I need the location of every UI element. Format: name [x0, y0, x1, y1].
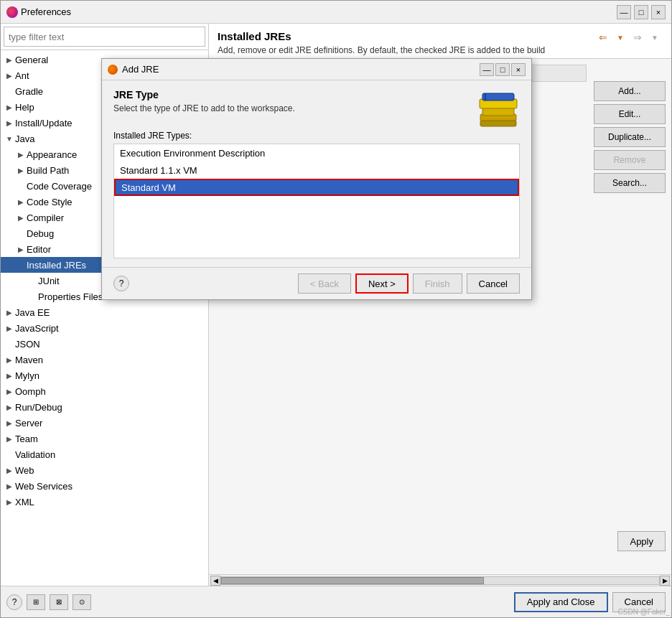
- finish-button[interactable]: Finish: [413, 273, 462, 294]
- sidebar-item-label: Properties Files: [38, 291, 103, 302]
- sidebar-item-label: Maven: [15, 355, 43, 365]
- forward-dropdown-button[interactable]: ▼: [647, 29, 663, 45]
- expand-icon: [4, 417, 15, 429]
- modal-footer: ? < Back Next > Finish Cancel: [102, 267, 531, 299]
- sidebar-item-javascript[interactable]: JavaScript: [1, 320, 208, 336]
- expand-icon: [4, 496, 15, 507]
- forward-nav-button[interactable]: ⇒: [630, 29, 645, 45]
- app-icon: [6, 6, 18, 18]
- action-buttons: Add... Edit... Duplicate... Remove Searc…: [594, 81, 666, 193]
- sidebar-item-label: Server: [15, 418, 42, 429]
- sidebar-item-label: Editor: [27, 244, 51, 255]
- remove-button[interactable]: Remove: [594, 150, 666, 170]
- sidebar-item-label: Compiler: [27, 212, 64, 223]
- panel-title: Installed JREs: [218, 30, 291, 42]
- modal-minimize-button[interactable]: —: [480, 63, 494, 76]
- title-bar: Preferences — □ ×: [1, 1, 671, 24]
- expand-icon: [4, 480, 15, 492]
- svg-rect-3: [482, 93, 514, 100]
- list-item-standard-vm[interactable]: Standard VM: [114, 179, 519, 196]
- minimize-button[interactable]: —: [617, 5, 631, 19]
- jre-types-list[interactable]: Execution Environment Description Standa…: [113, 144, 520, 258]
- sidebar-item-team[interactable]: Team: [1, 431, 208, 446]
- window-title: Preferences: [21, 6, 617, 17]
- sidebar-item-label: Oomph: [15, 386, 46, 397]
- expand-icon: [4, 306, 15, 318]
- sidebar-item-maven[interactable]: Maven: [1, 352, 208, 367]
- list-item-standard-11x[interactable]: Standard 1.1.x VM: [114, 161, 519, 179]
- toolbar-icon-2[interactable]: ⊠: [50, 594, 68, 610]
- duplicate-button[interactable]: Duplicate...: [594, 127, 666, 147]
- sidebar-item-label: Java EE: [15, 307, 50, 318]
- sidebar-item-label: Appearance: [27, 149, 77, 160]
- sidebar-item-web[interactable]: Web: [1, 462, 208, 478]
- next-button[interactable]: Next >: [355, 273, 409, 294]
- modal-title-bar: Add JRE — □ ×: [102, 59, 531, 80]
- expand-icon: [4, 338, 15, 350]
- panel-description: Add, remove or edit JRE definitions. By …: [218, 45, 663, 55]
- expand-icon: [4, 449, 15, 460]
- modal-image: [477, 89, 520, 131]
- sidebar-item-label: Run/Debug: [15, 402, 62, 413]
- maximize-button[interactable]: □: [634, 5, 648, 19]
- expand-icon: [4, 85, 15, 97]
- expand-icon: [15, 243, 27, 255]
- toolbar-icon-1[interactable]: ⊞: [27, 594, 45, 610]
- sidebar-item-java-ee[interactable]: Java EE: [1, 304, 208, 320]
- expand-icon: [4, 54, 15, 65]
- scrollbar-track[interactable]: [220, 576, 660, 585]
- sidebar-item-web-services[interactable]: Web Services: [1, 478, 208, 494]
- expand-icon: [4, 354, 15, 365]
- expand-icon: [15, 259, 27, 271]
- modal-title: Add JRE: [122, 64, 478, 75]
- sidebar-item-label: JUnit: [38, 276, 60, 286]
- nav-dropdown-button[interactable]: ▼: [612, 29, 628, 45]
- cancel-button-modal[interactable]: Cancel: [467, 273, 520, 294]
- scrollbar-thumb[interactable]: [221, 577, 484, 584]
- back-button[interactable]: < Back: [298, 273, 351, 294]
- sidebar-item-label: Installed JREs: [27, 260, 86, 271]
- scroll-right-button[interactable]: ▶: [660, 576, 670, 586]
- expand-icon: [15, 149, 27, 160]
- sidebar-item-validation[interactable]: Validation: [1, 446, 208, 462]
- list-item-execution-env[interactable]: Execution Environment Description: [114, 144, 519, 161]
- watermark: CSDN @Faker_: [618, 608, 670, 616]
- scroll-left-button[interactable]: ◀: [210, 576, 220, 586]
- sidebar-item-mylyn[interactable]: Mylyn: [1, 367, 208, 383]
- search-input[interactable]: [4, 27, 205, 47]
- sidebar-item-xml[interactable]: XML: [1, 494, 208, 510]
- expand-icon: [4, 117, 15, 128]
- expand-icon: [27, 275, 38, 286]
- back-nav-button[interactable]: ⇐: [595, 29, 611, 45]
- sidebar-item-oomph[interactable]: Oomph: [1, 383, 208, 399]
- bottom-bar: ? ⊞ ⊠ ⊙ Apply and Close Cancel: [1, 586, 671, 617]
- sidebar-item-run-debug[interactable]: Run/Debug: [1, 399, 208, 415]
- expand-icon: [4, 433, 15, 444]
- add-button[interactable]: Add...: [594, 81, 666, 101]
- list-item-label: Execution Environment Description: [120, 148, 265, 159]
- sidebar-item-label: Code Coverage: [27, 181, 92, 192]
- expand-icon: [15, 212, 27, 223]
- modal-maximize-button[interactable]: □: [495, 63, 510, 76]
- apply-button[interactable]: Apply: [617, 531, 666, 551]
- modal-close-button[interactable]: ×: [511, 63, 526, 76]
- modal-help-button[interactable]: ?: [113, 276, 129, 291]
- edit-button[interactable]: Edit...: [594, 104, 666, 124]
- sidebar-item-label: JavaScript: [15, 323, 59, 334]
- svg-rect-5: [480, 121, 516, 126]
- modal-app-icon: [108, 65, 118, 75]
- search-button[interactable]: Search...: [594, 173, 666, 193]
- sidebar-item-server[interactable]: Server: [1, 415, 208, 431]
- sidebar-item-label: Debug: [27, 228, 54, 239]
- help-button[interactable]: ?: [6, 594, 22, 610]
- sidebar-item-label: Help: [15, 102, 34, 113]
- modal-list-label: Installed JRE Types:: [113, 131, 520, 141]
- apply-and-close-button[interactable]: Apply and Close: [514, 592, 608, 612]
- preferences-window: Preferences — □ × General Ant: [0, 0, 672, 618]
- sidebar-item-label: Validation: [15, 449, 55, 460]
- sidebar-item-json[interactable]: JSON: [1, 336, 208, 352]
- toolbar-icon-3[interactable]: ⊙: [73, 594, 91, 610]
- sidebar-item-label: Ant: [15, 70, 29, 81]
- expand-icon: [4, 133, 15, 144]
- close-button[interactable]: ×: [651, 5, 666, 19]
